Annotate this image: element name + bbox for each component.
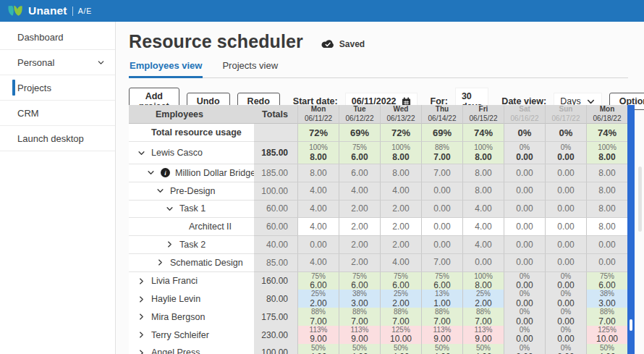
chevron-right-icon[interactable] [156,258,164,266]
schedule-cell[interactable]: 88%7.00 [462,308,504,327]
schedule-cell[interactable]: 0.00 [545,164,586,182]
schedule-cell[interactable]: 113%9.00 [339,326,380,345]
row-label-cell[interactable]: Schematic Design [129,254,254,272]
schedule-cell[interactable]: 0%0.00 [545,142,586,164]
schedule-cell[interactable]: 50%4.00 [462,344,504,354]
sidebar-item-personal[interactable]: Personal [0,50,115,75]
schedule-cell[interactable]: 0%0.00 [545,290,586,309]
row-label-cell[interactable]: Livia Franci [129,272,254,292]
schedule-cell[interactable]: 75%6.00 [339,272,380,292]
schedule-cell[interactable]: 0%0.00 [545,272,586,292]
schedule-cell[interactable]: 100%8.00 [297,142,339,164]
chevron-down-icon[interactable] [156,187,164,195]
schedule-cell[interactable]: 2.00 [380,201,421,219]
table-vertical-scrollbar[interactable] [627,105,635,354]
date-column-header[interactable]: Tue06/12/22 [339,105,380,124]
sidebar-item-launch-desktop[interactable]: Launch desktop [0,126,115,151]
schedule-cell[interactable]: 13%1.00 [421,290,462,309]
schedule-cell[interactable]: 7.00 [421,164,462,182]
schedule-cell[interactable]: 0.00 [504,201,545,219]
schedule-cell[interactable]: 125%10.00 [380,326,421,345]
schedule-cell[interactable]: 0%0.00 [504,344,545,354]
schedule-cell[interactable]: 100%8.00 [586,142,627,164]
schedule-cell[interactable]: 4.00 [297,201,339,219]
schedule-cell[interactable]: 88%7.00 [339,308,380,327]
info-icon[interactable]: i [161,168,170,177]
schedule-cell[interactable]: 8.00 [586,164,627,182]
row-label-cell[interactable]: Task 2 [129,236,254,254]
schedule-cell[interactable]: 0%0.00 [504,308,545,327]
row-label-cell[interactable]: iMillion Dollar Bridge [129,164,254,182]
scrollbar-handle[interactable] [630,319,632,331]
schedule-cell[interactable]: 50%4.00 [586,344,627,354]
schedule-cell[interactable]: 0.00 [504,236,545,254]
schedule-cell[interactable]: 8.00 [297,164,339,182]
schedule-cell[interactable]: 8.00 [462,164,504,182]
date-column-header[interactable]: Mon06/11/22 [297,105,339,124]
schedule-cell[interactable]: 4.00 [380,182,421,201]
window-scrollbar-thumb[interactable] [638,167,642,232]
schedule-cell[interactable]: 0.00 [504,254,545,272]
schedule-cell[interactable]: 2.00 [380,236,421,254]
schedule-cell[interactable]: 113%9.00 [462,326,504,345]
schedule-cell[interactable]: 0.00 [586,236,627,254]
schedule-cell[interactable]: 0%0.00 [504,290,545,309]
schedule-cell[interactable]: 50%4.00 [339,344,380,354]
row-label-cell[interactable]: Task 1 [129,201,254,219]
date-column-header[interactable]: Sat06/16/22 [504,105,545,124]
schedule-cell[interactable]: 0.00 [545,218,586,236]
chevron-right-icon[interactable] [137,349,145,354]
row-label-cell[interactable]: Terry Schleifer [129,326,254,345]
schedule-cell[interactable]: 88%7.00 [421,142,462,164]
chevron-right-icon[interactable] [137,313,145,321]
chevron-down-icon[interactable] [137,149,145,157]
schedule-cell[interactable]: 88%7.00 [297,308,339,327]
schedule-cell[interactable]: 0.00 [421,201,462,219]
schedule-cell[interactable]: 75%6.00 [297,272,339,292]
date-column-header[interactable]: Fri06/15/22 [462,105,504,124]
schedule-cell[interactable]: 100%8.00 [380,142,421,164]
schedule-cell[interactable]: 75%6.00 [586,272,627,292]
sidebar-item-crm[interactable]: CRM [0,101,115,126]
schedule-cell[interactable]: 0.00 [545,182,586,201]
schedule-cell[interactable]: 0.00 [545,201,586,219]
schedule-cell[interactable]: 113%9.00 [421,326,462,345]
schedule-cell[interactable]: 0.00 [545,254,586,272]
schedule-cell[interactable]: 0.00 [297,236,339,254]
schedule-cell[interactable]: 0%0.00 [545,308,586,327]
schedule-cell[interactable]: 75%6.00 [421,272,462,292]
schedule-cell[interactable]: 0.00 [421,236,462,254]
row-label-cell[interactable]: Total resource usage [129,124,254,142]
schedule-cell[interactable]: 88%7.00 [586,308,627,327]
schedule-cell[interactable]: 2.00 [339,201,380,219]
schedule-cell[interactable]: 0%0.00 [504,326,545,345]
schedule-cell[interactable]: 75%6.00 [339,142,380,164]
date-column-header[interactable]: Thu06/14/22 [421,105,462,124]
schedule-cell[interactable]: 0.00 [504,164,545,182]
sidebar-item-projects[interactable]: Projects [0,75,115,101]
schedule-cell[interactable]: 2.00 [339,236,380,254]
schedule-cell[interactable]: 88%7.00 [380,308,421,327]
schedule-cell[interactable]: 25%2.00 [297,290,339,309]
schedule-cell[interactable]: 4.00 [297,218,339,236]
tab-employees-view[interactable]: Employees view [129,60,203,78]
schedule-cell[interactable]: 4.00 [380,254,421,272]
schedule-cell[interactable]: 4.00 [297,254,339,272]
schedule-cell[interactable]: 7.00 [421,254,462,272]
chevron-down-icon[interactable] [147,169,155,177]
date-column-header[interactable]: Mon06/18/22 [586,105,627,124]
schedule-cell[interactable]: 0.00 [462,254,504,272]
date-column-header[interactable]: Wed06/13/22 [380,105,421,124]
schedule-cell[interactable]: 25%2.00 [462,290,504,309]
row-label-cell[interactable]: Haylie Levin [129,290,254,309]
schedule-cell[interactable]: 38%3.00 [586,290,627,309]
schedule-cell[interactable]: 0.00 [545,236,586,254]
schedule-cell[interactable]: 0.00 [586,254,627,272]
schedule-cell[interactable]: 4.00 [297,182,339,201]
chevron-down-icon[interactable] [166,205,174,213]
tab-projects-view[interactable]: Projects view [221,60,279,77]
schedule-cell[interactable]: 88%7.00 [421,308,462,327]
schedule-cell[interactable]: 2.00 [339,254,380,272]
schedule-cell[interactable]: 50%4.00 [380,344,421,354]
schedule-cell[interactable]: 8.00 [380,164,421,182]
